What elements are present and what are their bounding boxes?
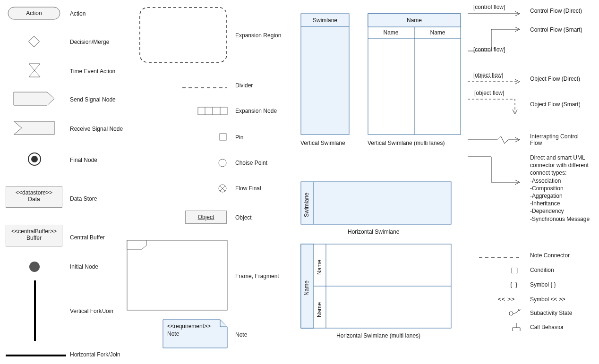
svg-rect-1 xyxy=(29,36,40,47)
subactivity-label: Subactivity State xyxy=(530,310,572,316)
of-smart-shape xyxy=(468,96,523,115)
expansion-node-shape xyxy=(197,107,228,115)
connectors-item: -Dependency xyxy=(530,207,596,215)
call-behavior-label: Call Behavior xyxy=(530,324,564,330)
svg-rect-7 xyxy=(140,8,227,62)
centralbuffer-stereo: <<centralBuffer>> xyxy=(6,228,62,235)
note-connector-shape xyxy=(479,256,520,259)
object-shape-text: Object xyxy=(198,214,214,220)
final-node-shape xyxy=(27,152,42,166)
pin-shape xyxy=(219,133,227,141)
svg-rect-18 xyxy=(127,240,227,310)
pin-label: Pin xyxy=(235,134,243,141)
choice-point-shape xyxy=(218,159,227,167)
hswim-label: Horizontal Swimlane xyxy=(348,229,399,235)
datastore-shape: <<datastore>> Data xyxy=(6,186,62,208)
connectors-shape xyxy=(468,154,523,187)
hfork-label: Horizontal Fork/Join xyxy=(70,351,120,358)
vfork-shape xyxy=(33,280,37,341)
vfork-label: Vertical Fork/Join xyxy=(70,308,113,314)
time-event-label: Time Event Action xyxy=(70,68,115,75)
connectors-item: -Inheritance xyxy=(530,200,596,207)
note-name: Note xyxy=(167,330,179,337)
of-smart-tag: [object flow] xyxy=(474,90,504,96)
of-direct-label: Object Flow (Direct) xyxy=(530,76,591,82)
decision-label: Decision/Merge xyxy=(70,39,109,45)
vswim-multi-label: Vertical Swimlane (multi lanes) xyxy=(368,140,445,146)
hswim-multi-header: Name xyxy=(303,277,310,296)
cf-direct-tag: [control flow] xyxy=(473,4,505,10)
interrupt-label: Interrapting Control Flow xyxy=(530,133,591,146)
cf-direct-shape xyxy=(468,9,523,18)
svg-point-3 xyxy=(31,156,38,162)
svg-rect-25 xyxy=(301,182,451,224)
svg-rect-19 xyxy=(301,14,349,135)
svg-point-35 xyxy=(518,309,520,311)
note-connector-label: Note Connector xyxy=(530,252,570,259)
vswim-header: Swimlane xyxy=(300,17,350,24)
send-signal-label: Send Signal Node xyxy=(70,96,116,103)
decision-shape xyxy=(26,33,43,50)
interrupt-shape xyxy=(468,135,523,144)
expansion-region-label: Expansion Region xyxy=(235,32,281,39)
hswim-multi-shape xyxy=(300,244,452,329)
expansion-node-label: Expansion Node xyxy=(235,108,277,114)
flow-final-label: Flow Final xyxy=(235,185,261,192)
connectors-item: -Association xyxy=(530,177,596,185)
hswim-header: Swimlane xyxy=(303,190,310,217)
svg-point-14 xyxy=(219,159,226,167)
final-node-label: Final Node xyxy=(70,157,97,163)
object-label: Object xyxy=(235,214,252,221)
curly-label: Symbol { } xyxy=(530,281,556,288)
curly-symbol: { } xyxy=(510,281,518,288)
vswim-multi-sub2: Name xyxy=(414,29,461,36)
action-shape-text: Action xyxy=(8,10,60,17)
of-direct-tag: [object flow] xyxy=(473,72,503,78)
divider-label: Divider xyxy=(235,82,253,89)
divider-shape xyxy=(182,86,227,89)
vswim-label: Vertical Swimlane xyxy=(300,140,345,146)
cf-smart-tag: [control flow] xyxy=(473,46,505,53)
subactivity-icon xyxy=(508,309,522,316)
action-label: Action xyxy=(70,10,86,17)
svg-rect-5 xyxy=(34,280,36,341)
centralbuffer-shape: <<centralBuffer>> Buffer xyxy=(6,225,62,246)
frame-shape xyxy=(127,240,228,311)
cf-smart-label: Control Flow (Smart) xyxy=(530,26,591,33)
angle-symbol: << >> xyxy=(498,296,515,303)
hswim-multi-sub2: Name xyxy=(316,298,323,317)
initial-node-shape xyxy=(28,261,41,273)
note-stereo: <<requirement>> xyxy=(167,323,211,330)
vswim-multi-header: Name xyxy=(368,17,461,24)
vswim-multi-sub1: Name xyxy=(368,29,414,36)
svg-point-4 xyxy=(29,262,40,272)
hswim-shape xyxy=(300,181,452,225)
send-signal-shape xyxy=(13,92,55,106)
cf-direct-label: Control Flow (Direct) xyxy=(530,8,591,14)
receive-signal-label: Receive Signal Node xyxy=(70,126,123,132)
call-behavior-icon xyxy=(512,323,521,331)
centralbuffer-name: Buffer xyxy=(6,235,62,241)
connectors-label: Direct and smart UML connector with diff… xyxy=(530,154,596,177)
connectors-item: -Composition xyxy=(530,185,596,192)
datastore-stereo: <<datastore>> xyxy=(6,189,62,196)
connectors-item: -Synchronous Message xyxy=(530,215,596,223)
flow-final-shape xyxy=(218,184,227,193)
expansion-region-shape xyxy=(139,7,228,63)
time-event-shape xyxy=(28,63,41,77)
receive-signal-shape xyxy=(13,121,55,135)
svg-rect-13 xyxy=(220,134,226,140)
svg-point-34 xyxy=(509,312,513,315)
datastore-label: Data Store xyxy=(70,195,97,202)
hfork-shape xyxy=(6,354,66,357)
object-shape: Object xyxy=(185,211,227,224)
choice-point-label: Choise Point xyxy=(235,160,267,166)
of-smart-label: Object Flow (Smart) xyxy=(530,101,591,108)
note-label: Note xyxy=(235,331,247,338)
frame-label: Frame, Fragment xyxy=(235,273,279,279)
connectors-item: -Aggregation xyxy=(530,192,596,200)
of-direct-shape xyxy=(468,77,523,86)
datastore-name: Data xyxy=(6,196,62,203)
hswim-multi-label: Horizontal Swimlane (multi lanes) xyxy=(336,332,420,339)
hswim-multi-sub1: Name xyxy=(316,256,323,275)
